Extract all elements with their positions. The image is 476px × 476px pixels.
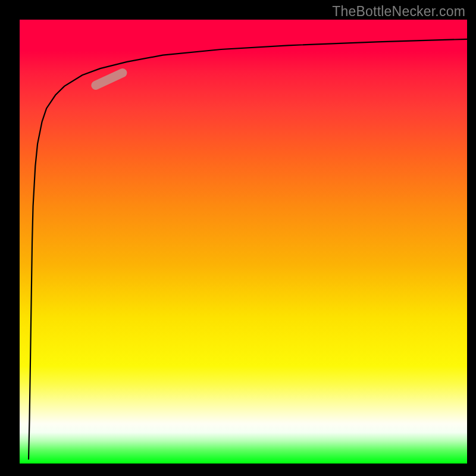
highlight-segment: [96, 73, 123, 86]
watermark-text: TheBottleNecker.com: [332, 4, 465, 20]
curve-layer: [20, 20, 467, 464]
chart-frame: TheBottleNecker.com: [0, 0, 476, 476]
bottleneck-curve: [29, 39, 467, 459]
plot-area: [20, 20, 467, 464]
